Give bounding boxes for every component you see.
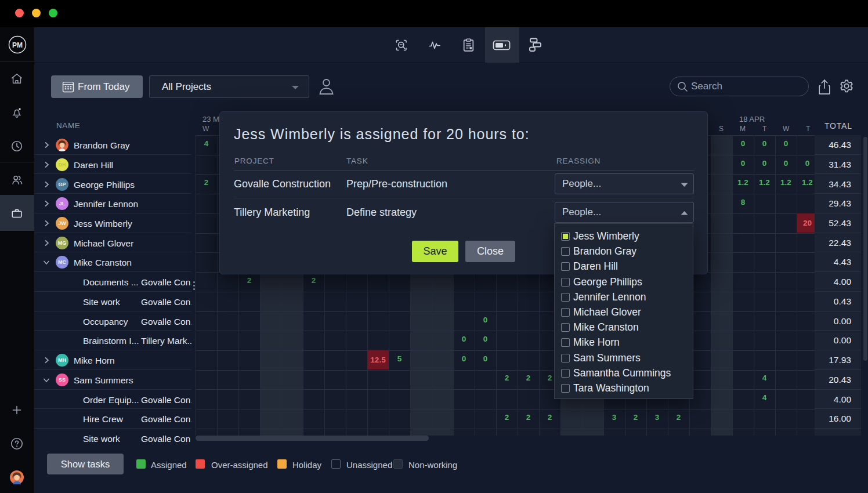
- svg-text:PM: PM: [12, 41, 23, 49]
